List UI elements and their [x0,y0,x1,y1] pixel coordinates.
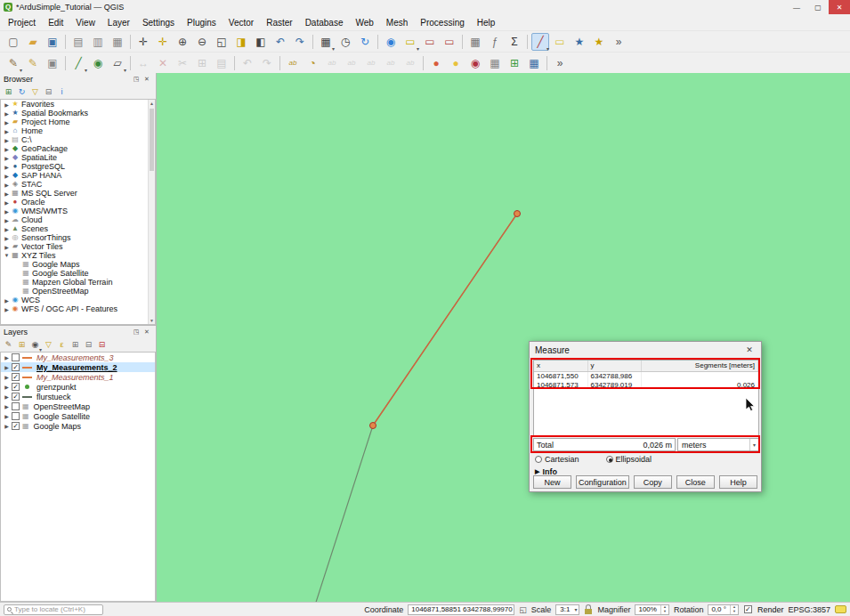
open-attribute-table[interactable]: ▦ [466,33,484,51]
expander-icon[interactable]: ▶ [3,217,11,223]
open-project[interactable]: ▰ [24,33,42,51]
filter-by-expression[interactable]: ε [56,339,68,351]
zoom-in[interactable]: ⊕ [174,33,191,51]
column-header-y[interactable]: y [587,361,641,371]
expander-icon[interactable]: ▶ [3,384,11,390]
rotation-spinbox[interactable]: 0,0 ° ▲▼ [708,604,739,615]
new-spatial-bookmark[interactable]: ★ [571,33,588,51]
scale-lock-icon[interactable] [584,604,593,615]
spin-arrows-icon[interactable]: ▲▼ [730,605,738,614]
layer-row-my-measurements-2[interactable]: ▶✓My_Measurements_2 [1,362,155,372]
expander-icon[interactable]: ▶ [3,137,11,143]
move-label[interactable]: ab [362,54,380,72]
scale-combo[interactable]: 3:1 ▾ [555,604,579,615]
manage-map-themes[interactable]: ◉▾ [29,339,41,351]
menu-item-plugins[interactable]: Plugins [181,16,223,29]
browser-scrollbar[interactable]: ▲ ▼ [148,100,155,324]
browser-item-sap-hana[interactable]: ▶◆SAP HANA [1,171,148,180]
copy-button[interactable]: Copy [634,475,672,489]
menu-item-database[interactable]: Database [299,16,350,29]
layer-row-my-measurements-1[interactable]: ▶✓My_Measurements_1 [1,372,155,382]
maximize-button[interactable]: ▢ [807,0,829,14]
menu-item-vector[interactable]: Vector [223,16,260,29]
close-panel-icon[interactable]: ✕ [142,328,152,336]
field-calculator[interactable]: ƒ [486,33,504,51]
close-panel-icon[interactable]: ✕ [142,76,152,83]
statistical-summary[interactable]: Σ [506,33,523,51]
browser-item-sensorthings[interactable]: ▶◎SensorThings [1,233,148,242]
expander-icon[interactable]: ▶ [3,119,11,126]
menu-item-raster[interactable]: Raster [260,16,298,29]
cut-features[interactable]: ✂ [174,54,191,72]
layer-row-openstreetmap[interactable]: ▶▦OpenStreetMap [1,401,155,411]
expand-all-layers[interactable]: ⊞ [69,339,81,351]
locator-search-input[interactable]: Type to locate (Ctrl+K) [4,604,103,615]
expander-icon[interactable]: ▶ [3,354,11,361]
zoom-last[interactable]: ↶ [271,33,289,51]
menu-item-help[interactable]: Help [471,16,502,29]
browser-item-spatialite[interactable]: ▶◆SpatiaLite [1,153,148,162]
plugin-button-4[interactable]: ▦ [486,54,504,72]
redo[interactable]: ↷ [258,54,276,72]
layer-row-google-maps[interactable]: ▶✓▦Google Maps [1,421,155,431]
zoom-to-selection[interactable]: ◨ [232,33,250,51]
browser-item-google-satellite[interactable]: ▦Google Satellite [1,269,148,278]
expander-icon[interactable]: ▶ [3,393,11,400]
plugin-button-2[interactable]: ● [447,54,465,72]
pan-map-to-selection[interactable]: ✛ [154,33,172,51]
new-print-layout[interactable]: ▤ [69,33,87,51]
filter-legend[interactable]: ▽ [43,339,54,351]
expander-icon[interactable]: ▶ [3,423,11,429]
plugin-button-5[interactable]: ⊞ [506,54,523,72]
layer-labeling[interactable]: ab [284,54,302,72]
browser-item-spatial-bookmarks[interactable]: ▶★Spatial Bookmarks [1,109,148,118]
expander-icon[interactable]: ▶ [3,199,11,206]
rotate-label[interactable]: ab [382,54,400,72]
zoom-out[interactable]: ⊖ [193,33,211,51]
help-button[interactable]: Help [719,475,757,489]
browser-item-cloud[interactable]: ▶☁Cloud [1,215,148,224]
browser-item-openstreetmap[interactable]: ▦OpenStreetMap [1,287,148,296]
delete-selected[interactable]: ✕ [154,54,172,72]
expander-icon[interactable]: ▶ [3,364,11,370]
refresh-browser[interactable]: ↻ [16,86,28,98]
menu-item-processing[interactable]: Processing [414,16,470,29]
browser-item-geopackage[interactable]: ▶◆GeoPackage [1,144,148,153]
new-report[interactable]: ▥ [89,33,107,51]
menu-item-project[interactable]: Project [2,16,42,29]
refresh-map[interactable]: ↻ [356,33,374,51]
browser-item-stac[interactable]: ▶◈STAC [1,180,148,189]
expander-icon[interactable]: ▶ [3,155,11,161]
zoom-next[interactable]: ↷ [291,33,309,51]
move-feature[interactable]: ↔ [134,54,152,72]
units-combo[interactable]: meters ▾ [677,438,759,451]
browser-item-project-home[interactable]: ▶▰Project Home [1,118,148,126]
dialog-close-icon[interactable]: ✕ [743,345,756,354]
layer-diagram[interactable]: ◔ [304,54,321,72]
identify-features[interactable]: ◉ [382,33,400,51]
float-panel-icon[interactable]: ◳ [131,76,142,83]
save-layer-edits[interactable]: ▣ [44,54,61,72]
segment-row-1[interactable]: 1046871,5506342788,986 [534,371,758,380]
expander-icon[interactable]: ▶ [3,374,11,380]
menu-item-settings[interactable]: Settings [136,16,181,29]
layer-visibility-checkbox[interactable] [12,412,20,420]
browser-item-c[interactable]: ▶▤C:\ [1,135,148,144]
spin-arrows-icon[interactable]: ▲▼ [660,605,668,614]
expander-icon[interactable]: ▶ [3,110,11,117]
configuration-button[interactable]: Configuration [576,475,629,489]
undo[interactable]: ↶ [239,54,256,72]
messages-icon[interactable] [835,605,846,613]
menu-item-layer[interactable]: Layer [101,16,136,29]
segment-row-2[interactable]: 1046871,5736342789,0190,026 [534,380,758,389]
show-spatial-bookmarks[interactable]: ★ [590,33,608,51]
scrollbar-thumb[interactable] [150,109,154,171]
temporal-controller[interactable]: ◷ [336,33,354,51]
expander-icon[interactable]: ▼ [3,253,11,258]
browser-item-wcs[interactable]: ▶◉WCS [1,296,148,304]
expander-icon[interactable]: ▶ [3,128,11,134]
browser-item-mapzen-global-terrain[interactable]: ▦Mapzen Global Terrain [1,278,148,287]
pin-labels[interactable]: ab [323,54,341,72]
plugin-button-1[interactable]: ● [427,54,445,72]
radio-cartesian[interactable]: Cartesian [535,455,579,464]
